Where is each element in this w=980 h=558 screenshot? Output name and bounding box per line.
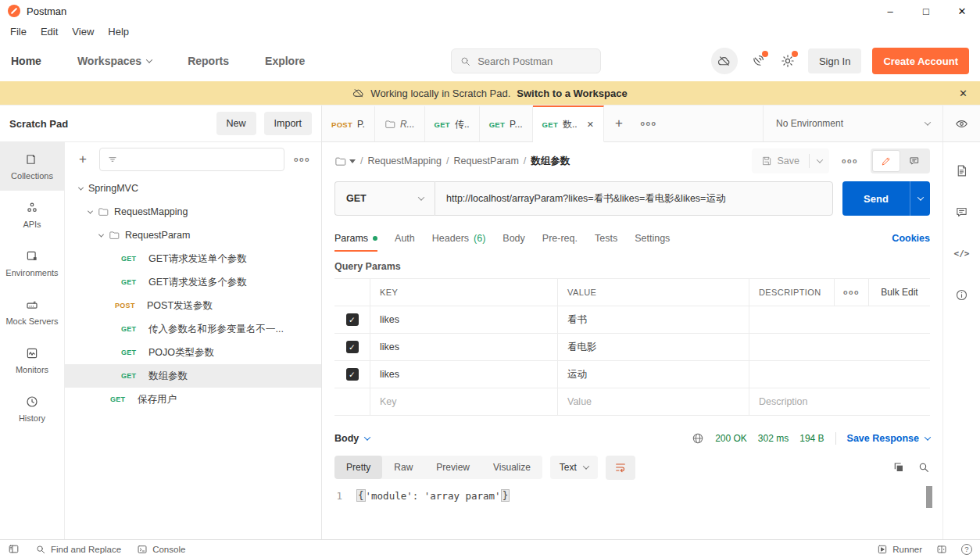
comments-button[interactable] (950, 198, 975, 226)
rail-mock-servers[interactable]: Mock Servers (0, 288, 64, 336)
folder-row[interactable]: RequestMapping (65, 200, 321, 224)
row-checkbox[interactable]: ✓ (346, 313, 359, 326)
menu-file[interactable]: File (3, 26, 34, 38)
network-icon[interactable] (692, 432, 704, 445)
tab-get-request[interactable]: GET 传.. (425, 106, 480, 141)
request-row[interactable]: GET GET请求发送单个参数 (65, 247, 321, 270)
scrollbar-thumb[interactable] (926, 486, 932, 508)
environment-selector[interactable]: No Environment (763, 106, 942, 141)
search-input[interactable] (477, 55, 579, 67)
nav-workspaces[interactable]: Workspaces (77, 55, 152, 67)
rail-monitors[interactable]: Monitors (0, 336, 64, 385)
info-button[interactable] (950, 281, 975, 309)
edit-request-button[interactable] (872, 150, 900, 172)
save-button[interactable]: Save (752, 148, 830, 173)
tab-post-request[interactable]: POST P. (322, 106, 375, 141)
new-button[interactable]: New (216, 112, 256, 135)
nav-reports[interactable]: Reports (188, 55, 229, 67)
global-search[interactable] (451, 48, 601, 73)
nav-explore[interactable]: Explore (265, 55, 305, 67)
comment-button[interactable] (900, 150, 928, 172)
filter-collections[interactable] (99, 148, 284, 171)
request-more-button[interactable]: ooo (839, 157, 861, 165)
runner-button[interactable]: Runner (877, 544, 922, 555)
rail-environments[interactable]: Environments (0, 239, 64, 288)
sidebar-toggle-button[interactable] (8, 543, 20, 555)
tab-settings[interactable]: Settings (635, 225, 670, 252)
rail-history[interactable]: History (0, 385, 64, 433)
folder-row[interactable]: RequestParam (65, 224, 321, 247)
save-options-button[interactable] (809, 154, 829, 168)
description-cell[interactable] (749, 306, 930, 333)
two-pane-view-button[interactable] (936, 544, 947, 555)
description-cell[interactable] (749, 334, 930, 360)
menu-help[interactable]: Help (101, 26, 136, 38)
view-pretty[interactable]: Pretty (334, 456, 382, 479)
key-cell[interactable]: likes (370, 361, 558, 388)
value-cell[interactable]: 运动 (558, 361, 749, 388)
key-cell[interactable]: likes (370, 334, 558, 360)
close-button[interactable]: ✕ (944, 0, 980, 22)
key-input[interactable]: Key (370, 388, 558, 415)
tab-headers[interactable]: Headers(6) (432, 225, 486, 252)
view-raw[interactable]: Raw (382, 456, 424, 479)
menu-edit[interactable]: Edit (34, 26, 65, 38)
url-input[interactable] (446, 193, 821, 204)
rail-apis[interactable]: APIs (0, 191, 64, 239)
tab-options-button[interactable]: ooo (634, 106, 663, 141)
response-body[interactable]: 1 {'module': 'array param'} (322, 483, 942, 539)
value-input[interactable]: Value (558, 388, 749, 415)
wrap-text-button[interactable] (606, 456, 635, 480)
tab-close-icon[interactable]: ✕ (587, 120, 594, 130)
code-snippet-button[interactable]: </> (950, 239, 975, 267)
request-row-selected[interactable]: GET 数组参数 (65, 364, 321, 388)
collection-menu-button[interactable] (334, 156, 356, 167)
bulk-edit-button[interactable]: Bulk Edit (869, 279, 930, 306)
add-collection-button[interactable]: + (73, 149, 93, 170)
view-visualize[interactable]: Visualize (481, 456, 542, 479)
filter-input[interactable] (118, 154, 277, 166)
description-input[interactable]: Description (749, 388, 930, 415)
find-replace-button[interactable]: Find and Replace (35, 544, 121, 555)
send-options-button[interactable] (910, 181, 930, 216)
nav-home[interactable]: Home (11, 55, 41, 67)
sign-in-button[interactable]: Sign In (808, 48, 861, 73)
format-select[interactable]: Text (550, 456, 598, 479)
request-row[interactable]: GET 传入参数名和形参变量名不一... (65, 317, 321, 341)
tab-active-request[interactable]: GET 数.. ✕ (533, 106, 604, 142)
tab-tests[interactable]: Tests (595, 225, 617, 252)
tab-get-request[interactable]: GET P... (480, 106, 533, 141)
response-body-dropdown[interactable]: Body (334, 433, 370, 444)
row-checkbox[interactable]: ✓ (346, 368, 359, 381)
settings-button[interactable] (778, 52, 797, 70)
capture-requests-button[interactable] (749, 52, 767, 70)
key-cell[interactable]: likes (370, 306, 558, 333)
copy-icon[interactable] (892, 461, 905, 474)
breadcrumb-item[interactable]: RequestParam (453, 156, 518, 166)
rail-collections[interactable]: Collections (0, 142, 64, 191)
save-response-button[interactable]: Save Response (847, 433, 930, 444)
tab-folder[interactable]: R... (375, 106, 425, 141)
maximize-button[interactable]: □ (908, 0, 944, 22)
url-field[interactable] (435, 181, 833, 216)
minimize-button[interactable]: – (872, 0, 908, 22)
collections-more-button[interactable]: ooo (291, 156, 313, 163)
method-select[interactable]: GET (334, 181, 435, 216)
request-row[interactable]: GET 保存用户 (65, 388, 321, 411)
view-preview[interactable]: Preview (424, 456, 481, 479)
menu-view[interactable]: View (65, 26, 101, 38)
value-cell[interactable]: 看电影 (558, 334, 749, 360)
tab-auth[interactable]: Auth (395, 225, 415, 252)
cookies-link[interactable]: Cookies (892, 233, 930, 244)
offline-cloud-button[interactable] (711, 48, 738, 74)
tab-params[interactable]: Params (334, 225, 377, 252)
breadcrumb-item[interactable]: RequestMapping (367, 156, 442, 166)
import-button[interactable]: Import (264, 112, 312, 135)
create-account-button[interactable]: Create Account (872, 48, 969, 74)
request-row[interactable]: GET GET请求发送多个参数 (65, 270, 321, 294)
environment-quick-look-button[interactable] (942, 106, 980, 141)
switch-workspace-link[interactable]: Switch to a Workspace (517, 88, 627, 99)
collection-row[interactable]: SpringMVC (65, 177, 321, 200)
tab-body[interactable]: Body (503, 225, 525, 252)
send-button[interactable]: Send (842, 181, 930, 216)
